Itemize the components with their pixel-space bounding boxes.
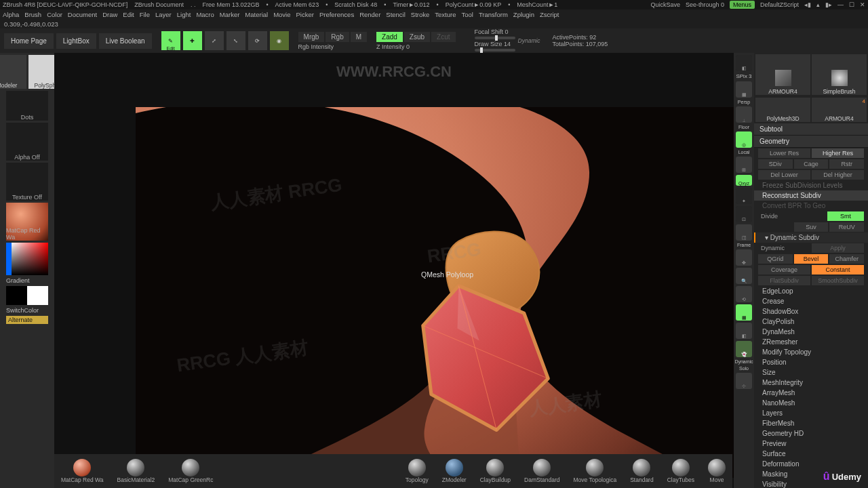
- menu-light[interactable]: Light: [177, 11, 191, 18]
- floor-icon[interactable]: ⟂: [736, 106, 752, 123]
- menu-file[interactable]: File: [140, 11, 150, 18]
- material-picker[interactable]: MatCap Red Wa: [6, 203, 48, 241]
- brush-standard[interactable]: Standard: [630, 459, 654, 483]
- rgb-button[interactable]: Rgb: [326, 32, 349, 42]
- tool-armour4b[interactable]: ARMOUR44: [812, 98, 867, 122]
- brush-topology[interactable]: Topology: [406, 459, 429, 483]
- menu-layer[interactable]: Layer: [155, 11, 172, 18]
- draw-button[interactable]: ✚: [183, 31, 202, 50]
- mat-red[interactable]: MatCap Red Wa: [61, 459, 104, 483]
- del-lower[interactable]: Del Lower: [758, 170, 810, 180]
- edit-button[interactable]: ✎Edit: [161, 31, 180, 50]
- preview[interactable]: Preview: [754, 439, 868, 449]
- mrgb-button[interactable]: Mrgb: [298, 32, 325, 42]
- menu-texture[interactable]: Texture: [435, 11, 456, 18]
- xyz-icon[interactable]: ✦: [736, 188, 752, 204]
- tool-simplebrush[interactable]: SimpleBrush: [812, 54, 867, 95]
- menu-material[interactable]: Material: [245, 11, 268, 18]
- bevel-button[interactable]: Bevel: [794, 254, 829, 264]
- menu-edit[interactable]: Edit: [123, 11, 134, 18]
- quicksave[interactable]: QuickSave: [650, 1, 680, 8]
- crease[interactable]: Crease: [754, 296, 868, 306]
- menu-color[interactable]: Color: [47, 11, 62, 18]
- spix[interactable]: SPix 3: [736, 73, 751, 79]
- brush-damstandard[interactable]: DamStandard: [524, 459, 559, 483]
- coverage-button[interactable]: Coverage: [758, 265, 810, 274]
- switch-color[interactable]: SwitchColor: [6, 307, 48, 314]
- size[interactable]: Size: [754, 367, 868, 378]
- menu-marker[interactable]: Marker: [220, 11, 240, 18]
- zcut-button[interactable]: Zcut: [431, 32, 455, 42]
- transp-icon[interactable]: ◧: [736, 323, 752, 339]
- zsub-button[interactable]: Zsub: [404, 32, 430, 42]
- convert-bpr[interactable]: Convert BPR To Geo: [754, 201, 868, 211]
- chamfer-button[interactable]: Chamfer: [829, 254, 864, 264]
- maximize-icon[interactable]: ☐: [849, 1, 854, 8]
- menu-stroke[interactable]: Stroke: [411, 11, 429, 18]
- menu-document[interactable]: Document: [68, 11, 97, 18]
- rstr[interactable]: Rstr: [829, 159, 864, 169]
- lightbox-button[interactable]: LightBox: [56, 33, 96, 49]
- menu-draw[interactable]: Draw: [102, 11, 117, 18]
- lower-res[interactable]: Lower Res: [758, 148, 810, 158]
- nanomesh[interactable]: NanoMesh: [754, 398, 868, 408]
- default-zscript[interactable]: DefaultZScript: [760, 1, 799, 8]
- meshintegrity[interactable]: MeshIntegrity: [754, 378, 868, 388]
- zremesher[interactable]: ZRemesher: [754, 337, 868, 347]
- dynamic-label[interactable]: Dynamic: [518, 37, 540, 44]
- brush-claybuildup[interactable]: ClayBuildup: [480, 459, 511, 483]
- swatch-pair[interactable]: [6, 286, 48, 305]
- rgb-intensity[interactable]: Rgb Intensity: [298, 43, 368, 50]
- surface[interactable]: Surface: [754, 449, 868, 459]
- menu-render[interactable]: Render: [359, 11, 380, 18]
- persp-icon[interactable]: ▦: [736, 81, 752, 98]
- zoom3d-icon[interactable]: 🔍: [736, 268, 752, 284]
- lock-icon[interactable]: ⊞: [736, 157, 752, 173]
- menu-zscript[interactable]: Zscript: [540, 11, 559, 18]
- qgrid-button[interactable]: QGrid: [758, 254, 793, 264]
- gizmo-button[interactable]: ◉: [270, 31, 289, 50]
- caret-right-icon[interactable]: ▮▸: [825, 1, 832, 8]
- higher-res[interactable]: Higher Res: [812, 148, 864, 158]
- menu-transform[interactable]: Transform: [479, 11, 508, 18]
- seethrough[interactable]: See-through 0: [686, 1, 724, 8]
- claypolish[interactable]: ClayPolish: [754, 317, 868, 327]
- frame-icon[interactable]: ◫: [736, 224, 752, 241]
- arraymesh[interactable]: ArrayMesh: [754, 388, 868, 398]
- menu-movie[interactable]: Movie: [273, 11, 290, 18]
- stroke-dots[interactable]: Dots: [6, 91, 48, 121]
- rotate3d-icon[interactable]: ⟲: [736, 286, 752, 302]
- m-button[interactable]: M: [351, 32, 367, 42]
- local-icon[interactable]: ◎: [736, 131, 752, 148]
- tool-history-icon[interactable]: ◧: [736, 55, 752, 71]
- gradient-toggle[interactable]: Gradient: [6, 277, 48, 284]
- brush-move[interactable]: Move: [708, 459, 726, 483]
- center-icon[interactable]: ⊡: [736, 206, 752, 222]
- suv-button[interactable]: Suv: [794, 222, 829, 232]
- brush-zmodeler[interactable]: ZModeler: [0, 55, 26, 89]
- apply-button[interactable]: Apply: [812, 243, 864, 253]
- close-icon[interactable]: ✕: [860, 1, 865, 8]
- mat-basic[interactable]: BasicMaterial2: [117, 459, 155, 483]
- brush-movetopo[interactable]: Move Topologica: [574, 459, 617, 483]
- smoothsubdiv[interactable]: SmoothSubdiv: [812, 276, 864, 285]
- live-boolean-button[interactable]: Live Boolean: [99, 33, 152, 49]
- subtool-header[interactable]: Subtool: [754, 123, 868, 136]
- brush-claytubes[interactable]: ClayTubes: [667, 459, 694, 483]
- geometry-header[interactable]: Geometry: [754, 136, 868, 148]
- tool-armour4[interactable]: ARMOUR4: [755, 54, 810, 95]
- rotate-button[interactable]: ⟳: [248, 31, 267, 50]
- polyframe-icon[interactable]: ▦: [736, 304, 752, 321]
- move3d-icon[interactable]: ✥: [736, 249, 752, 266]
- sdiv[interactable]: SDiv: [758, 159, 793, 169]
- menu-stencil[interactable]: Stencil: [386, 11, 406, 18]
- reuv-button[interactable]: ReUV: [829, 222, 864, 232]
- canvas-area[interactable]: QMesh Polyloop 人人素材 RRCG RRCG RRCG 人人素材 …: [54, 53, 734, 488]
- divide-button[interactable]: Divide: [758, 211, 826, 221]
- menu-alpha[interactable]: Alpha: [3, 11, 19, 18]
- focal-shift[interactable]: Focal Shift 0: [475, 28, 515, 35]
- modify-topology[interactable]: Modify Topology: [754, 347, 868, 357]
- menu-tool[interactable]: Tool: [461, 11, 473, 18]
- zadd-button[interactable]: Zadd: [376, 32, 403, 42]
- xpose-icon[interactable]: ⊹: [736, 373, 752, 389]
